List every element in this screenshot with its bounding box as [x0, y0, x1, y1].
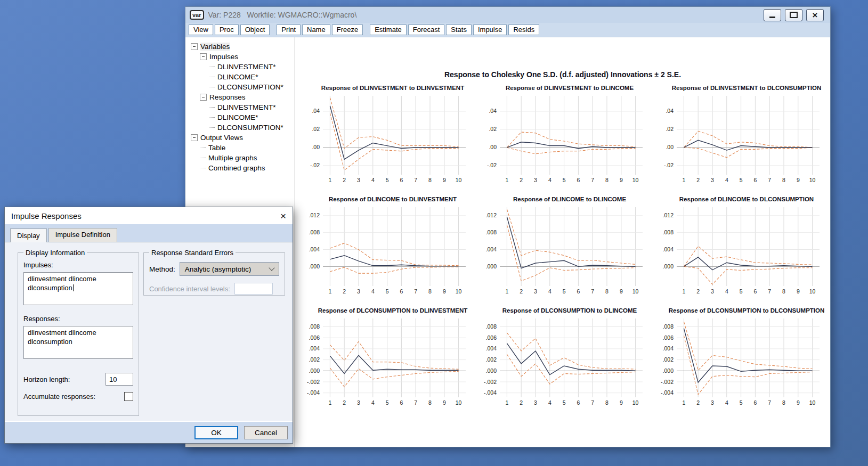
toolbar-button-impulse[interactable]: Impulse — [473, 24, 507, 35]
svg-text:.000: .000 — [309, 263, 320, 269]
horizon-length-input[interactable] — [106, 373, 133, 386]
tree-item-dlincome[interactable]: DLINCOME* — [189, 112, 295, 122]
chevron-down-icon — [269, 265, 274, 271]
tree-item-dlincome[interactable]: DLINCOME* — [189, 72, 295, 82]
svg-text:-.02: -.02 — [310, 162, 320, 168]
tree-item-output-views[interactable]: Output Views — [189, 133, 295, 143]
toolbar-button-view[interactable]: View — [189, 24, 213, 35]
toolbar-button-object[interactable]: Object — [240, 24, 270, 35]
minimize-button[interactable] — [764, 9, 781, 21]
svg-text:8: 8 — [605, 177, 609, 183]
svg-text:.002: .002 — [663, 356, 674, 363]
toolbar-button-forecast[interactable]: Forecast — [408, 24, 445, 35]
tree-item-multiple-graphs[interactable]: Multiple graphs — [189, 153, 295, 163]
response-line — [684, 257, 812, 270]
toolbar-button-estimate[interactable]: Estimate — [370, 24, 407, 35]
impulses-value: dlinvestment dlincome dlconsumption — [28, 275, 96, 292]
method-dropdown[interactable]: Analytic (asymptotic) — [180, 262, 279, 276]
collapse-icon[interactable] — [200, 94, 207, 101]
response-line — [330, 106, 458, 159]
tree-item-dlconsumption[interactable]: DLCONSUMPTION* — [189, 82, 295, 92]
response-line — [507, 217, 635, 268]
tree-item-variables[interactable]: Variables — [189, 42, 295, 52]
impulses-input[interactable]: dlinvestment dlincome dlconsumption — [23, 272, 133, 305]
tree-item-dlinvestment[interactable]: DLINVESTMENT* — [189, 62, 295, 72]
tree-item-table[interactable]: Table — [189, 143, 295, 153]
collapse-icon[interactable] — [191, 43, 198, 50]
svg-text:1: 1 — [505, 288, 508, 295]
dialog-close-icon[interactable]: × — [272, 211, 286, 221]
toolbar-button-freeze[interactable]: Freeze — [332, 24, 363, 35]
dialog-titlebar[interactable]: Impulse Responses × — [5, 207, 293, 224]
toolbar: ViewProcObjectPrintNameFreezeEstimateFor… — [185, 23, 830, 37]
maximize-button[interactable] — [785, 9, 802, 21]
svg-text:.00: .00 — [489, 144, 497, 150]
svg-text:6: 6 — [753, 288, 757, 295]
svg-text:7: 7 — [768, 177, 771, 183]
accumulate-responses-checkbox[interactable] — [124, 392, 133, 401]
svg-text:3: 3 — [534, 288, 537, 295]
svg-text:.006: .006 — [309, 334, 320, 341]
svg-text:9: 9 — [620, 177, 623, 183]
svg-text:3: 3 — [711, 177, 714, 183]
responses-input[interactable]: dlinvestment dlincome dlconsumption — [23, 326, 133, 359]
tab-display[interactable]: Display — [10, 228, 47, 242]
svg-text:2: 2 — [343, 288, 346, 295]
svg-text:4: 4 — [371, 177, 375, 183]
svg-text:4: 4 — [548, 399, 551, 406]
collapse-icon[interactable] — [191, 134, 198, 141]
svg-text:10: 10 — [809, 177, 816, 183]
svg-text:9: 9 — [797, 177, 800, 183]
toolbar-button-proc[interactable]: Proc — [215, 24, 239, 35]
lower-band-line — [507, 148, 635, 154]
tab-impulse-definition[interactable]: Impulse Definition — [48, 228, 117, 242]
tree-item-dlconsumption[interactable]: DLCONSUMPTION* — [189, 122, 295, 133]
window-controls: × — [764, 9, 826, 21]
toolbar-button-stats[interactable]: Stats — [446, 24, 472, 35]
cancel-button[interactable]: Cancel — [244, 426, 288, 439]
upper-band-line — [507, 333, 635, 369]
toolbar-button-resids[interactable]: Resids — [508, 24, 539, 35]
response-line — [507, 344, 635, 375]
svg-text:6: 6 — [400, 288, 403, 295]
ok-button[interactable]: OK — [194, 426, 238, 439]
lower-band-line — [507, 225, 635, 281]
svg-text:3: 3 — [357, 288, 360, 295]
svg-text:4: 4 — [725, 399, 728, 406]
svg-text:6: 6 — [400, 177, 403, 183]
tree-item-responses[interactable]: Responses — [189, 92, 295, 102]
toolbar-button-name[interactable]: Name — [302, 24, 330, 35]
response-line — [684, 140, 812, 150]
dialog-title: Impulse Responses — [11, 211, 82, 220]
svg-text:6: 6 — [577, 177, 580, 183]
svg-text:5: 5 — [740, 288, 743, 295]
svg-text:.008: .008 — [309, 229, 320, 235]
impulse-response-chart-1: Response of DLINVESTMENT to DLINVESTMENT… — [298, 85, 473, 189]
toolbar-button-print[interactable]: Print — [277, 24, 301, 35]
response-line — [684, 329, 812, 382]
svg-text:.004: .004 — [663, 246, 674, 252]
close-button[interactable]: × — [806, 9, 824, 21]
upper-band-line — [684, 322, 812, 370]
svg-text:7: 7 — [414, 399, 417, 406]
tree-item-label: Output Views — [200, 134, 243, 142]
responses-value: dlinvestment dlincome dlconsumption — [28, 329, 96, 346]
chart-title: Response of DLCONSUMPTION to DLINVESTMEN… — [298, 307, 473, 314]
svg-text:3: 3 — [711, 399, 714, 406]
svg-text:5: 5 — [740, 177, 743, 183]
chart-title: Response of DLCONSUMPTION to DLCONSUMPTI… — [652, 307, 827, 314]
tree-item-combined-graphs[interactable]: Combined graphs — [189, 163, 295, 173]
tree-item-impulses[interactable]: Impulses — [189, 52, 295, 62]
collapse-icon[interactable] — [200, 53, 207, 60]
tree-connector — [209, 127, 215, 128]
tree-item-dlinvestment[interactable]: DLINVESTMENT* — [189, 102, 295, 112]
svg-text:10: 10 — [632, 288, 639, 295]
svg-text:3: 3 — [534, 399, 537, 406]
tree-connector — [209, 87, 215, 87]
impulse-response-chart-6: Response of DLINCOME to DLCONSUMPTION123… — [652, 196, 827, 300]
svg-text:2: 2 — [696, 288, 700, 295]
svg-text:4: 4 — [371, 288, 375, 295]
svg-text:.002: .002 — [309, 356, 320, 363]
svg-text:5: 5 — [386, 177, 389, 183]
window-titlebar[interactable]: var Var: P228 Workfile: WGMACRO::Wgmacro… — [185, 7, 830, 23]
